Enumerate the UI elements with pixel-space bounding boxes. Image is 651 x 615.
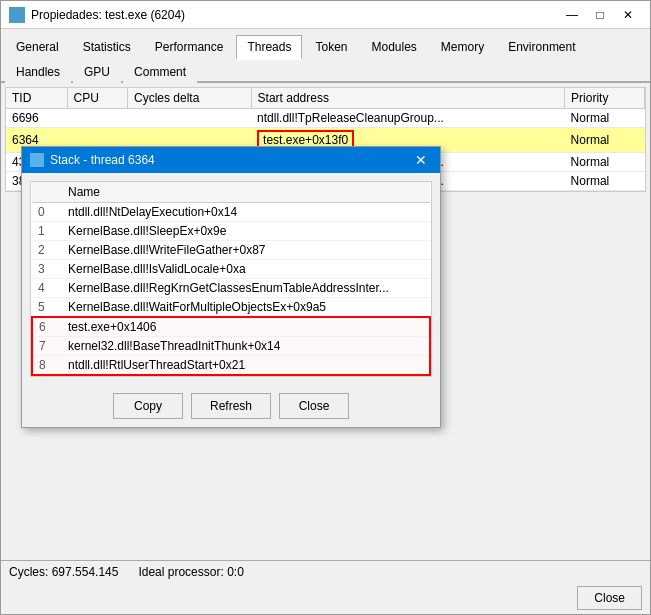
minimize-button[interactable]: — bbox=[558, 1, 586, 29]
app-icon bbox=[9, 7, 25, 23]
stack-row[interactable]: 5 KernelBase.dll!WaitForMultipleObjectsE… bbox=[32, 298, 430, 318]
stack-table: Name 0 ntdll.dll!NtDelayExecution+0x14 1… bbox=[31, 182, 431, 376]
stack-row[interactable]: 3 KernelBase.dll!IsValidLocale+0xa bbox=[32, 260, 430, 279]
copy-button[interactable]: Copy bbox=[113, 393, 183, 419]
tab-token[interactable]: Token bbox=[304, 35, 358, 60]
title-bar: Propiedades: test.exe (6204) — □ ✕ bbox=[1, 1, 650, 29]
start-cell: ntdll.dll!TpReleaseCleanupGroup... bbox=[251, 109, 564, 128]
stack-index: 1 bbox=[32, 222, 62, 241]
cycles-status: Cycles: 697.554.145 bbox=[9, 565, 118, 579]
cpu-cell bbox=[67, 109, 127, 128]
stack-row[interactable]: 6 test.exe+0x1406 bbox=[32, 317, 430, 337]
col-start[interactable]: Start address bbox=[251, 88, 564, 109]
stack-name: KernelBase.dll!RegKrnGetClassesEnumTable… bbox=[62, 279, 430, 298]
stack-table-container: Name 0 ntdll.dll!NtDelayExecution+0x14 1… bbox=[30, 181, 432, 377]
col-tid[interactable]: TID bbox=[6, 88, 67, 109]
tab-gpu[interactable]: GPU bbox=[73, 60, 121, 83]
stack-row[interactable]: 1 KernelBase.dll!SleepEx+0x9e bbox=[32, 222, 430, 241]
modal-buttons: Copy Refresh Close bbox=[22, 385, 440, 427]
stack-row[interactable]: 0 ntdll.dll!NtDelayExecution+0x14 bbox=[32, 203, 430, 222]
refresh-button[interactable]: Refresh bbox=[191, 393, 271, 419]
priority-cell: Normal bbox=[565, 109, 645, 128]
modal-icon bbox=[30, 153, 44, 167]
title-bar-controls: — □ ✕ bbox=[558, 1, 642, 29]
stack-index: 8 bbox=[32, 356, 62, 376]
stack-index: 4 bbox=[32, 279, 62, 298]
tab-performance[interactable]: Performance bbox=[144, 35, 235, 60]
col-cycles[interactable]: Cycles delta bbox=[128, 88, 252, 109]
ideal-processor-label: Ideal processor: bbox=[138, 565, 223, 579]
col-priority[interactable]: Priority bbox=[565, 88, 645, 109]
tab-general[interactable]: General bbox=[5, 35, 70, 60]
stack-index: 6 bbox=[32, 317, 62, 337]
modal-close-button[interactable]: ✕ bbox=[410, 149, 432, 171]
window-close-button[interactable]: ✕ bbox=[614, 1, 642, 29]
stack-index: 0 bbox=[32, 203, 62, 222]
tab-threads[interactable]: Threads bbox=[236, 35, 302, 60]
stack-name: ntdll.dll!NtDelayExecution+0x14 bbox=[62, 203, 430, 222]
tab-modules[interactable]: Modules bbox=[360, 35, 427, 60]
stack-row[interactable]: 2 KernelBase.dll!WriteFileGather+0x87 bbox=[32, 241, 430, 260]
stack-name: KernelBase.dll!WriteFileGather+0x87 bbox=[62, 241, 430, 260]
stack-index: 7 bbox=[32, 337, 62, 356]
stack-row[interactable]: 4 KernelBase.dll!RegKrnGetClassesEnumTab… bbox=[32, 279, 430, 298]
modal-title: Stack - thread 6364 bbox=[50, 153, 155, 167]
stack-name: KernelBase.dll!IsValidLocale+0xa bbox=[62, 260, 430, 279]
stack-name: kernel32.dll!BaseThreadInitThunk+0x14 bbox=[62, 337, 430, 356]
cycles-label: Cycles: bbox=[9, 565, 48, 579]
stack-row[interactable]: 7 kernel32.dll!BaseThreadInitThunk+0x14 bbox=[32, 337, 430, 356]
priority-cell: Normal bbox=[565, 128, 645, 153]
ideal-processor-status: Ideal processor: 0:0 bbox=[138, 565, 243, 579]
col-index bbox=[32, 182, 62, 203]
modal-close-btn-bottom[interactable]: Close bbox=[279, 393, 349, 419]
maximize-button[interactable]: □ bbox=[586, 1, 614, 29]
main-close-button[interactable]: Close bbox=[577, 586, 642, 610]
stack-index: 2 bbox=[32, 241, 62, 260]
stack-name: ntdll.dll!RtlUserThreadStart+0x21 bbox=[62, 356, 430, 376]
priority-cell: Normal bbox=[565, 153, 645, 172]
stack-name: test.exe+0x1406 bbox=[62, 317, 430, 337]
stack-name: KernelBase.dll!WaitForMultipleObjectsEx+… bbox=[62, 298, 430, 318]
tab-handles[interactable]: Handles bbox=[5, 60, 71, 83]
ideal-processor-value: 0:0 bbox=[227, 565, 244, 579]
col-name: Name bbox=[62, 182, 430, 203]
tabs-bar: General Statistics Performance Threads T… bbox=[1, 29, 650, 83]
stack-index: 5 bbox=[32, 298, 62, 318]
status-bar: Cycles: 697.554.145 Ideal processor: 0:0 bbox=[1, 560, 650, 582]
priority-cell: Normal bbox=[565, 172, 645, 191]
stack-modal: Stack - thread 6364 ✕ Name 0 ntdl bbox=[21, 146, 441, 428]
table-row[interactable]: 6696 ntdll.dll!TpReleaseCleanupGroup... … bbox=[6, 109, 645, 128]
col-cpu[interactable]: CPU bbox=[67, 88, 127, 109]
tid-cell: 6696 bbox=[6, 109, 67, 128]
tab-memory[interactable]: Memory bbox=[430, 35, 495, 60]
cycles-cell bbox=[128, 109, 252, 128]
tab-statistics[interactable]: Statistics bbox=[72, 35, 142, 60]
cycles-value: 697.554.145 bbox=[52, 565, 119, 579]
modal-title-bar: Stack - thread 6364 ✕ bbox=[22, 147, 440, 173]
main-window: Propiedades: test.exe (6204) — □ ✕ Gener… bbox=[0, 0, 651, 615]
bottom-bar: Close bbox=[1, 582, 650, 614]
tab-comment[interactable]: Comment bbox=[123, 60, 197, 83]
stack-name: KernelBase.dll!SleepEx+0x9e bbox=[62, 222, 430, 241]
stack-index: 3 bbox=[32, 260, 62, 279]
stack-row[interactable]: 8 ntdll.dll!RtlUserThreadStart+0x21 bbox=[32, 356, 430, 376]
tab-environment[interactable]: Environment bbox=[497, 35, 586, 60]
window-title: Propiedades: test.exe (6204) bbox=[31, 8, 185, 22]
